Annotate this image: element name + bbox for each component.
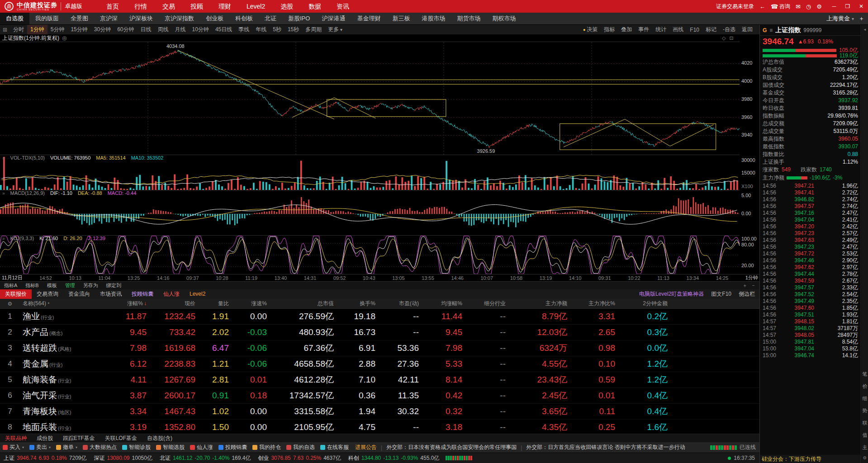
indtab-管理[interactable]: 管理 bbox=[61, 282, 79, 289]
column-header-均涨幅%[interactable]: 均涨幅% bbox=[424, 300, 468, 307]
period-多周期[interactable]: 多周期 bbox=[302, 25, 325, 34]
edge-tab-势[interactable]: 势 bbox=[862, 407, 868, 414]
subtab-关联报价[interactable]: 关联报价 bbox=[0, 289, 32, 299]
menu-理财[interactable]: 理财 bbox=[211, 0, 239, 13]
edge-tab-价[interactable]: 价 bbox=[862, 383, 868, 390]
tool-返回[interactable]: 返回 bbox=[739, 26, 756, 33]
tool-F10[interactable]: F10 bbox=[687, 26, 702, 33]
period-5分钟[interactable]: 5分钟 bbox=[47, 25, 68, 34]
notice-label[interactable]: 进展公告 bbox=[355, 444, 377, 451]
nav-科创板[interactable]: 科创板 bbox=[229, 13, 259, 24]
nav-沪深板块[interactable]: 沪深板块 bbox=[123, 13, 159, 24]
column-header-细分行业[interactable]: 细分行业 bbox=[468, 300, 511, 307]
edge-tab-细[interactable]: 细 bbox=[862, 395, 868, 402]
period-日线[interactable]: 日线 bbox=[138, 25, 155, 34]
snapshot-icon[interactable]: ⊡ bbox=[729, 35, 733, 41]
nav-港股市场[interactable]: 港股市场 bbox=[416, 13, 451, 24]
macd-chart[interactable] bbox=[0, 190, 740, 235]
btool-大数据热点[interactable]: 大数据热点 bbox=[80, 444, 119, 451]
column-header-市盈(动)[interactable]: 市盈(动) bbox=[381, 300, 424, 307]
indtab-指标B[interactable]: 指标B bbox=[21, 282, 43, 289]
indtab-另存为[interactable]: 另存为 bbox=[79, 282, 102, 289]
edge-tab-笔[interactable]: 笔 bbox=[862, 371, 868, 378]
settings-icon[interactable]: ⚙ bbox=[816, 3, 822, 10]
menu-交易[interactable]: 交易 bbox=[155, 0, 183, 13]
nav-北证[interactable]: 北证 bbox=[259, 13, 282, 24]
remove-icon[interactable]: － bbox=[751, 282, 756, 289]
period-1分钟[interactable]: 1分钟 bbox=[27, 25, 47, 34]
subtab-Level2[interactable]: Level2 bbox=[185, 289, 210, 299]
subtab-仙人涨[interactable]: 仙人涨 bbox=[158, 289, 185, 299]
clock-icon[interactable]: ◷ bbox=[806, 3, 811, 10]
menu-数据[interactable]: 数据 bbox=[301, 0, 329, 13]
minimize-button[interactable]: ─ bbox=[827, 0, 841, 13]
period-分时[interactable]: 分时 bbox=[10, 25, 27, 34]
nav-基金理财[interactable]: 基金理财 bbox=[351, 13, 386, 24]
period-45日线[interactable]: 45日线 bbox=[212, 25, 235, 34]
period-10分钟[interactable]: 10分钟 bbox=[189, 25, 212, 34]
nav-新股IPO[interactable]: 新股IPO bbox=[282, 13, 316, 24]
consult-button[interactable]: ☎咨询 bbox=[771, 3, 790, 10]
column-header-名称(564)[interactable]: 名称(564) • bbox=[20, 300, 110, 307]
close-button[interactable]: ✕ bbox=[854, 0, 868, 13]
login-status[interactable]: 证券交易未登录 bbox=[716, 3, 754, 10]
table-row-油气开采[interactable]: 6油气开采(行业)3.872600.170.910.1817342.57亿0.3… bbox=[0, 388, 759, 404]
subtab-link-侧边栏[interactable]: 侧边栏 bbox=[739, 290, 755, 298]
period-30分钟[interactable]: 30分钟 bbox=[91, 25, 114, 34]
btool-在线客服[interactable]: 在线客服 bbox=[318, 444, 351, 451]
add-tab-button[interactable]: ＋ bbox=[859, 14, 864, 23]
nav-新三板[interactable]: 新三板 bbox=[386, 13, 416, 24]
collapse-icon[interactable]: » bbox=[2, 191, 5, 196]
nav-京沪深指数[interactable]: 京沪深指数 bbox=[159, 13, 200, 24]
tool-叠加[interactable]: 叠加 bbox=[618, 26, 635, 33]
collapse-icon[interactable]: » bbox=[2, 236, 5, 241]
tool-标记[interactable]: 标记 bbox=[702, 26, 720, 33]
tick-list[interactable]: 14:563947.211.96亿14:563947.412.72亿14:563… bbox=[760, 182, 861, 359]
period-更多[interactable]: 更多 ▾ bbox=[325, 25, 346, 34]
column-header-涨速%[interactable]: 涨速% bbox=[234, 300, 272, 307]
nav-我的版面[interactable]: 我的版面 bbox=[29, 13, 65, 24]
subtab-资金流向[interactable]: 资金流向 bbox=[63, 289, 95, 299]
grid-icon[interactable]: ⊞ bbox=[0, 27, 10, 33]
index-quote-深证[interactable]: 深证13080.0910050亿 bbox=[94, 454, 152, 462]
settings-icon[interactable]: ⚙ bbox=[863, 451, 867, 463]
info-icon[interactable]: ◎ bbox=[62, 35, 66, 41]
column-header-现价[interactable]: 现价 bbox=[152, 300, 201, 307]
btool-仙人涨[interactable]: 仙人涨 bbox=[187, 444, 216, 451]
nav-创业板[interactable]: 创业板 bbox=[200, 13, 229, 24]
btool-买入[interactable]: 买入▾ bbox=[0, 444, 27, 451]
subtab-投顾锦囊[interactable]: 投顾锦囊 bbox=[127, 289, 158, 299]
menu-行情[interactable]: 行情 bbox=[127, 0, 155, 13]
btool-我的自选[interactable]: 我的自选 bbox=[284, 444, 318, 451]
btab-跟踪ETF基金[interactable]: 跟踪ETF基金 bbox=[58, 434, 100, 442]
period-5秒[interactable]: 5秒 bbox=[270, 25, 285, 34]
table-row-航海装备[interactable]: 5航海装备(行业)4.111267.692.810.014612.28亿7.10… bbox=[0, 372, 759, 388]
chart-region[interactable]: 上证指数(1分钟.前复权) ◎ ◇ ⊡ 4034.083926.59 » VOL… bbox=[0, 34, 759, 281]
period-月线[interactable]: 月线 bbox=[172, 25, 189, 34]
btool-智能诊股[interactable]: 智能诊股 bbox=[119, 444, 153, 451]
table-row-渔业[interactable]: 1渔业(行业)11.871232.451.910.00276.59亿19.18-… bbox=[0, 309, 759, 325]
subtab-交易查询[interactable]: 交易查询 bbox=[32, 289, 63, 299]
edge-tab-主[interactable]: 主 bbox=[862, 444, 868, 451]
back-icon[interactable]: ← bbox=[759, 3, 765, 10]
column-header-主力净额[interactable]: 主力净额 bbox=[511, 300, 573, 307]
period-15秒[interactable]: 15秒 bbox=[285, 25, 302, 34]
column-header-换手%[interactable]: 换手% bbox=[339, 300, 381, 307]
menu-首页[interactable]: 首页 bbox=[99, 0, 127, 13]
btool-卖出[interactable]: 卖出▾ bbox=[27, 444, 53, 451]
btool-撤单[interactable]: 撤单▾ bbox=[53, 444, 80, 451]
subtab-link-电脑版Level2盯盘策略神器[interactable]: 电脑版Level2盯盘策略神器 bbox=[639, 290, 704, 298]
menu-资讯[interactable]: 资讯 bbox=[329, 0, 357, 13]
nav-期权市场[interactable]: 期权市场 bbox=[486, 13, 522, 24]
nav-沪深港通[interactable]: 沪深港通 bbox=[316, 13, 351, 24]
indtab-指标A[interactable]: 指标A bbox=[0, 282, 21, 289]
btab-成份股[interactable]: 成份股 bbox=[32, 434, 58, 442]
news-ticker[interactable]: 硅业分会：下游压力传导 bbox=[760, 455, 861, 463]
collapse-icon[interactable]: » bbox=[2, 156, 5, 161]
column-header-量比[interactable]: 量比 bbox=[201, 300, 234, 307]
news-item[interactable]: 外交部：日方首先应当收回错误言论 否则中方将不采取进一步行动 bbox=[526, 444, 685, 451]
menu-投顾[interactable]: 投顾 bbox=[183, 0, 211, 13]
nav-全景图[interactable]: 全景图 bbox=[65, 13, 94, 24]
column-header-2分钟金额[interactable]: 2分钟金额 bbox=[621, 300, 673, 307]
subtab-市场资讯[interactable]: 市场资讯 bbox=[95, 289, 127, 299]
